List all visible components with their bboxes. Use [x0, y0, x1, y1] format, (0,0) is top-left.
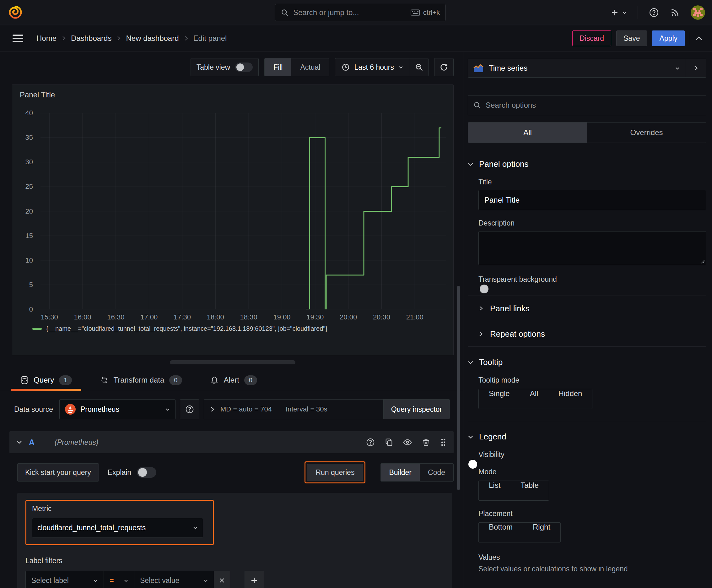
- values-description: Select values or calculations to show in…: [478, 565, 706, 573]
- x-tick-label: 16:30: [107, 313, 124, 321]
- metric-value: cloudflared_tunnel_total_requests: [37, 524, 188, 532]
- panel-links-section[interactable]: Panel links: [468, 296, 706, 321]
- metric-label: Metric: [32, 504, 207, 513]
- query-row-header[interactable]: A (Prometheus): [9, 431, 454, 453]
- explain-label: Explain: [108, 468, 131, 477]
- y-tick-label: 10: [25, 256, 33, 265]
- table-view-toggle[interactable]: [235, 63, 253, 72]
- refresh-button[interactable]: [434, 58, 454, 76]
- placement-right-option[interactable]: Right: [523, 523, 560, 542]
- tooltip-single-option[interactable]: Single: [479, 389, 520, 408]
- operator-dropdown[interactable]: =: [104, 571, 134, 588]
- timeseries-viz-icon: [473, 63, 484, 73]
- code-option[interactable]: Code: [420, 464, 453, 481]
- delete-query-icon[interactable]: [422, 438, 430, 447]
- main-scrollbar[interactable]: [457, 286, 460, 490]
- remove-filter-button[interactable]: [214, 571, 230, 588]
- tooltip-all-option[interactable]: All: [520, 389, 548, 408]
- tab-query[interactable]: Query 1: [11, 370, 81, 391]
- kick-start-button[interactable]: Kick start your query: [17, 463, 99, 482]
- placement-label: Placement: [478, 509, 706, 518]
- options-search-input[interactable]: [486, 101, 701, 110]
- global-search[interactable]: ctrl+k: [275, 4, 446, 21]
- breadcrumb-bar: Home Dashboards New dashboard Edit panel…: [0, 25, 712, 52]
- query-inspector-button[interactable]: Query inspector: [383, 400, 450, 419]
- chevron-down-icon: [193, 525, 198, 530]
- chart-plot-area[interactable]: 0510152025303540: [41, 113, 446, 309]
- legend-list-option[interactable]: List: [479, 481, 511, 500]
- toggle-viz-picker-button[interactable]: [685, 59, 706, 77]
- breadcrumb: Home Dashboards New dashboard Edit panel: [37, 34, 226, 43]
- tooltip-hidden-option[interactable]: Hidden: [548, 389, 592, 408]
- select-value-dropdown[interactable]: Select value: [134, 571, 214, 588]
- query-help-icon[interactable]: [366, 438, 375, 447]
- breadcrumb-dashboards[interactable]: Dashboards: [71, 34, 111, 43]
- chevron-down-icon: [124, 578, 128, 583]
- visualization-picker[interactable]: Time series: [468, 59, 685, 77]
- breadcrumb-edit-panel: Edit panel: [193, 34, 227, 43]
- explain-toggle[interactable]: [137, 467, 156, 478]
- news-icon[interactable]: [670, 7, 680, 18]
- chevron-right-icon: [478, 305, 483, 312]
- save-button[interactable]: Save: [616, 30, 647, 46]
- datasource-value: Prometheus: [80, 405, 161, 414]
- drag-handle-icon[interactable]: [440, 438, 447, 447]
- options-search[interactable]: [468, 95, 706, 115]
- metric-select[interactable]: cloudflared_tunnel_total_requests: [32, 518, 203, 538]
- breadcrumb-home[interactable]: Home: [37, 34, 57, 43]
- legend-table-option[interactable]: Table: [511, 481, 548, 500]
- tab-alert[interactable]: Alert 0: [201, 370, 266, 391]
- help-icon[interactable]: [649, 7, 659, 18]
- add-filter-button[interactable]: [244, 571, 264, 588]
- tab-all-options[interactable]: All: [468, 123, 587, 143]
- chevron-right-icon: [116, 36, 121, 41]
- legend-mode-switch: List Table: [478, 481, 549, 501]
- user-avatar[interactable]: [691, 5, 705, 20]
- y-tick-label: 40: [25, 109, 33, 117]
- datasource-help-button[interactable]: [180, 399, 199, 419]
- resize-grip-icon[interactable]: [700, 259, 705, 264]
- expand-options-icon[interactable]: [204, 406, 220, 413]
- repeat-options-section[interactable]: Repeat options: [468, 321, 706, 346]
- panel-options-header[interactable]: Panel options: [468, 159, 706, 169]
- chevron-right-icon: [478, 331, 483, 337]
- pane-resize-handle[interactable]: [170, 360, 296, 364]
- breadcrumb-new-dashboard[interactable]: New dashboard: [126, 34, 179, 43]
- options-tabs: All Overrides: [468, 122, 706, 143]
- options-sidebar: Time series All Overrides Panel options …: [463, 52, 712, 588]
- tab-overrides[interactable]: Overrides: [587, 123, 706, 143]
- legend-label: {__name__="cloudflared_tunnel_total_requ…: [46, 325, 327, 332]
- placement-bottom-option[interactable]: Bottom: [479, 523, 523, 542]
- duplicate-query-icon[interactable]: [385, 438, 393, 447]
- editor-tabs: Query 1 Transform data 0 Alert 0: [0, 370, 463, 391]
- tab-transform-data[interactable]: Transform data 0: [91, 370, 192, 391]
- collapse-header-icon[interactable]: [695, 36, 703, 41]
- fill-option[interactable]: Fill: [265, 58, 291, 76]
- menu-icon[interactable]: [13, 34, 23, 42]
- apply-button[interactable]: Apply: [652, 30, 685, 46]
- hide-query-icon[interactable]: [403, 438, 412, 447]
- tooltip-header[interactable]: Tooltip: [468, 357, 706, 367]
- new-dropdown-button[interactable]: [610, 8, 627, 17]
- time-range-button[interactable]: Last 6 hours: [335, 58, 410, 76]
- select-label-dropdown[interactable]: Select label: [25, 571, 104, 588]
- grafana-logo-icon[interactable]: [8, 5, 23, 19]
- x-tick-label: 19:30: [306, 313, 324, 321]
- transform-icon: [100, 376, 108, 384]
- discard-button[interactable]: Discard: [572, 30, 611, 46]
- chevron-down-icon: [93, 578, 98, 583]
- collapse-query-icon[interactable]: [16, 440, 22, 444]
- query-builder-body: Metric cloudflared_tunnel_total_requests…: [17, 493, 452, 588]
- zoom-out-button[interactable]: [410, 58, 428, 76]
- search-input[interactable]: [293, 8, 406, 17]
- legend-item[interactable]: {__name__="cloudflared_tunnel_total_requ…: [33, 325, 446, 332]
- actual-option[interactable]: Actual: [291, 58, 329, 76]
- datasource-picker[interactable]: Prometheus: [59, 399, 175, 419]
- panel-title-input[interactable]: [478, 190, 706, 210]
- run-queries-button[interactable]: Run queries: [307, 464, 363, 481]
- description-textarea[interactable]: [478, 231, 706, 265]
- legend-swatch: [33, 328, 42, 330]
- legend-header[interactable]: Legend: [468, 432, 706, 442]
- builder-option[interactable]: Builder: [381, 464, 420, 481]
- database-icon: [20, 376, 28, 384]
